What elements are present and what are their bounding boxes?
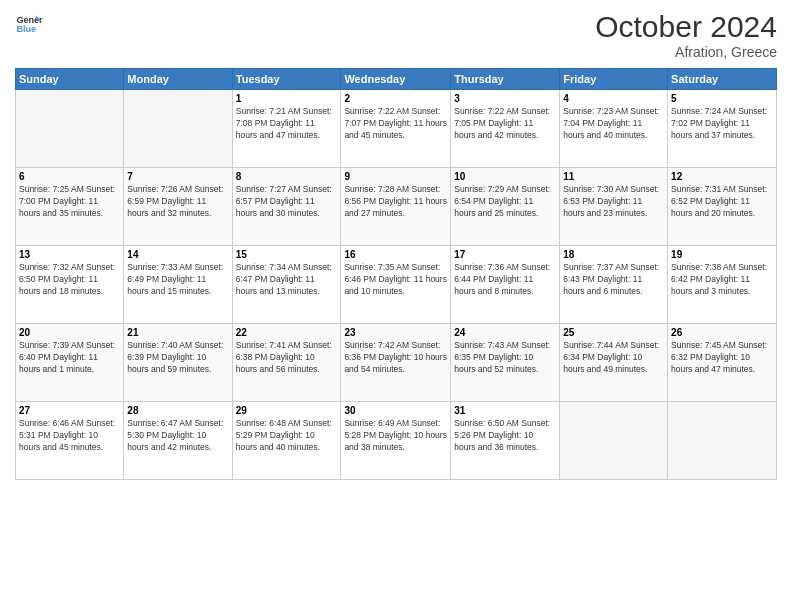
calendar-cell: 2Sunrise: 7:22 AM Sunset: 7:07 PM Daylig… (341, 90, 451, 168)
day-number: 13 (19, 249, 120, 260)
title-block: October 2024 Afration, Greece (595, 10, 777, 60)
day-number: 8 (236, 171, 338, 182)
day-info: Sunrise: 7:35 AM Sunset: 6:46 PM Dayligh… (344, 262, 447, 298)
day-number: 21 (127, 327, 228, 338)
day-info: Sunrise: 7:45 AM Sunset: 6:32 PM Dayligh… (671, 340, 773, 376)
day-number: 10 (454, 171, 556, 182)
calendar-cell: 21Sunrise: 7:40 AM Sunset: 6:39 PM Dayli… (124, 324, 232, 402)
calendar-cell: 1Sunrise: 7:21 AM Sunset: 7:08 PM Daylig… (232, 90, 341, 168)
day-info: Sunrise: 7:33 AM Sunset: 6:49 PM Dayligh… (127, 262, 228, 298)
calendar-cell: 28Sunrise: 6:47 AM Sunset: 5:30 PM Dayli… (124, 402, 232, 480)
day-number: 16 (344, 249, 447, 260)
day-info: Sunrise: 6:48 AM Sunset: 5:29 PM Dayligh… (236, 418, 338, 454)
day-number: 24 (454, 327, 556, 338)
day-info: Sunrise: 7:36 AM Sunset: 6:44 PM Dayligh… (454, 262, 556, 298)
day-info: Sunrise: 6:50 AM Sunset: 5:26 PM Dayligh… (454, 418, 556, 454)
weekday-header-friday: Friday (560, 69, 668, 90)
day-number: 12 (671, 171, 773, 182)
day-info: Sunrise: 7:24 AM Sunset: 7:02 PM Dayligh… (671, 106, 773, 142)
weekday-header-tuesday: Tuesday (232, 69, 341, 90)
day-number: 6 (19, 171, 120, 182)
day-number: 2 (344, 93, 447, 104)
day-number: 31 (454, 405, 556, 416)
header: General Blue October 2024 Afration, Gree… (15, 10, 777, 60)
calendar-cell: 17Sunrise: 7:36 AM Sunset: 6:44 PM Dayli… (451, 246, 560, 324)
calendar-cell: 3Sunrise: 7:22 AM Sunset: 7:05 PM Daylig… (451, 90, 560, 168)
calendar-cell: 10Sunrise: 7:29 AM Sunset: 6:54 PM Dayli… (451, 168, 560, 246)
day-number: 29 (236, 405, 338, 416)
day-info: Sunrise: 7:28 AM Sunset: 6:56 PM Dayligh… (344, 184, 447, 220)
calendar-cell: 24Sunrise: 7:43 AM Sunset: 6:35 PM Dayli… (451, 324, 560, 402)
calendar-cell (124, 90, 232, 168)
calendar-cell: 13Sunrise: 7:32 AM Sunset: 6:50 PM Dayli… (16, 246, 124, 324)
day-number: 28 (127, 405, 228, 416)
day-info: Sunrise: 7:44 AM Sunset: 6:34 PM Dayligh… (563, 340, 664, 376)
day-number: 18 (563, 249, 664, 260)
day-info: Sunrise: 7:25 AM Sunset: 7:00 PM Dayligh… (19, 184, 120, 220)
day-number: 1 (236, 93, 338, 104)
day-number: 20 (19, 327, 120, 338)
day-info: Sunrise: 7:41 AM Sunset: 6:38 PM Dayligh… (236, 340, 338, 376)
calendar-cell: 9Sunrise: 7:28 AM Sunset: 6:56 PM Daylig… (341, 168, 451, 246)
calendar-cell: 31Sunrise: 6:50 AM Sunset: 5:26 PM Dayli… (451, 402, 560, 480)
day-info: Sunrise: 7:21 AM Sunset: 7:08 PM Dayligh… (236, 106, 338, 142)
day-number: 4 (563, 93, 664, 104)
day-number: 9 (344, 171, 447, 182)
weekday-header-wednesday: Wednesday (341, 69, 451, 90)
day-number: 3 (454, 93, 556, 104)
calendar-cell: 30Sunrise: 6:49 AM Sunset: 5:28 PM Dayli… (341, 402, 451, 480)
calendar-cell: 25Sunrise: 7:44 AM Sunset: 6:34 PM Dayli… (560, 324, 668, 402)
month-year: October 2024 (595, 10, 777, 44)
calendar-cell: 29Sunrise: 6:48 AM Sunset: 5:29 PM Dayli… (232, 402, 341, 480)
day-info: Sunrise: 7:23 AM Sunset: 7:04 PM Dayligh… (563, 106, 664, 142)
day-number: 14 (127, 249, 228, 260)
day-info: Sunrise: 7:29 AM Sunset: 6:54 PM Dayligh… (454, 184, 556, 220)
page: General Blue October 2024 Afration, Gree… (0, 0, 792, 612)
day-info: Sunrise: 7:26 AM Sunset: 6:59 PM Dayligh… (127, 184, 228, 220)
logo: General Blue (15, 10, 43, 38)
calendar-cell: 18Sunrise: 7:37 AM Sunset: 6:43 PM Dayli… (560, 246, 668, 324)
calendar-cell: 22Sunrise: 7:41 AM Sunset: 6:38 PM Dayli… (232, 324, 341, 402)
day-number: 25 (563, 327, 664, 338)
calendar-cell: 11Sunrise: 7:30 AM Sunset: 6:53 PM Dayli… (560, 168, 668, 246)
calendar-cell: 20Sunrise: 7:39 AM Sunset: 6:40 PM Dayli… (16, 324, 124, 402)
calendar-cell: 26Sunrise: 7:45 AM Sunset: 6:32 PM Dayli… (668, 324, 777, 402)
calendar-body: 1Sunrise: 7:21 AM Sunset: 7:08 PM Daylig… (16, 90, 777, 480)
calendar-week-2: 6Sunrise: 7:25 AM Sunset: 7:00 PM Daylig… (16, 168, 777, 246)
day-number: 23 (344, 327, 447, 338)
day-info: Sunrise: 7:30 AM Sunset: 6:53 PM Dayligh… (563, 184, 664, 220)
day-info: Sunrise: 7:34 AM Sunset: 6:47 PM Dayligh… (236, 262, 338, 298)
day-info: Sunrise: 7:27 AM Sunset: 6:57 PM Dayligh… (236, 184, 338, 220)
calendar-table: SundayMondayTuesdayWednesdayThursdayFrid… (15, 68, 777, 480)
day-info: Sunrise: 7:22 AM Sunset: 7:05 PM Dayligh… (454, 106, 556, 142)
calendar-cell: 4Sunrise: 7:23 AM Sunset: 7:04 PM Daylig… (560, 90, 668, 168)
day-info: Sunrise: 6:46 AM Sunset: 5:31 PM Dayligh… (19, 418, 120, 454)
day-info: Sunrise: 7:38 AM Sunset: 6:42 PM Dayligh… (671, 262, 773, 298)
calendar-cell: 7Sunrise: 7:26 AM Sunset: 6:59 PM Daylig… (124, 168, 232, 246)
weekday-header-saturday: Saturday (668, 69, 777, 90)
calendar-cell (16, 90, 124, 168)
calendar-week-5: 27Sunrise: 6:46 AM Sunset: 5:31 PM Dayli… (16, 402, 777, 480)
calendar-week-3: 13Sunrise: 7:32 AM Sunset: 6:50 PM Dayli… (16, 246, 777, 324)
calendar-cell: 8Sunrise: 7:27 AM Sunset: 6:57 PM Daylig… (232, 168, 341, 246)
location: Afration, Greece (595, 44, 777, 60)
calendar-cell: 19Sunrise: 7:38 AM Sunset: 6:42 PM Dayli… (668, 246, 777, 324)
day-number: 7 (127, 171, 228, 182)
calendar-header-row: SundayMondayTuesdayWednesdayThursdayFrid… (16, 69, 777, 90)
day-info: Sunrise: 7:40 AM Sunset: 6:39 PM Dayligh… (127, 340, 228, 376)
day-info: Sunrise: 7:39 AM Sunset: 6:40 PM Dayligh… (19, 340, 120, 376)
day-info: Sunrise: 7:31 AM Sunset: 6:52 PM Dayligh… (671, 184, 773, 220)
day-number: 22 (236, 327, 338, 338)
weekday-header-monday: Monday (124, 69, 232, 90)
day-number: 11 (563, 171, 664, 182)
day-info: Sunrise: 7:43 AM Sunset: 6:35 PM Dayligh… (454, 340, 556, 376)
svg-text:Blue: Blue (16, 24, 36, 34)
calendar-cell (668, 402, 777, 480)
calendar-cell: 15Sunrise: 7:34 AM Sunset: 6:47 PM Dayli… (232, 246, 341, 324)
day-number: 30 (344, 405, 447, 416)
day-number: 27 (19, 405, 120, 416)
day-number: 5 (671, 93, 773, 104)
day-info: Sunrise: 7:42 AM Sunset: 6:36 PM Dayligh… (344, 340, 447, 376)
calendar-cell: 27Sunrise: 6:46 AM Sunset: 5:31 PM Dayli… (16, 402, 124, 480)
calendar-cell: 12Sunrise: 7:31 AM Sunset: 6:52 PM Dayli… (668, 168, 777, 246)
